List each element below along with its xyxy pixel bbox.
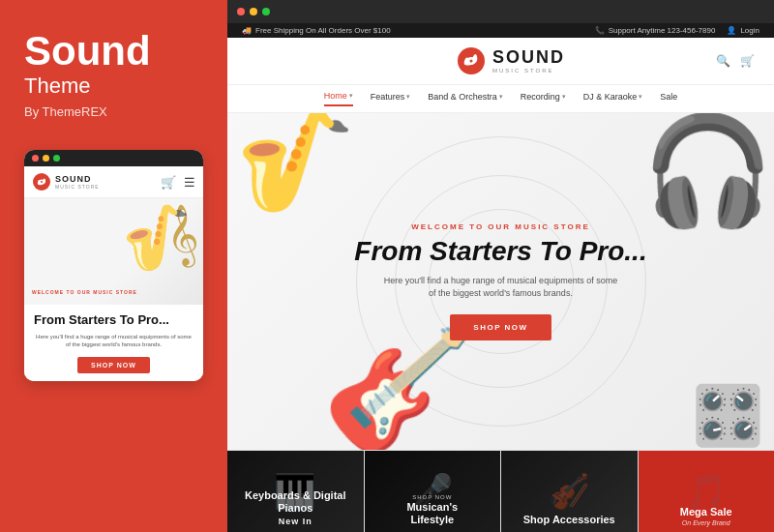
nav-chevron-features: ▾ bbox=[406, 93, 410, 101]
announce-shipping-text: Free Shipping On All Orders Over $100 bbox=[255, 26, 391, 35]
site-logo-icon bbox=[456, 45, 487, 76]
login-icon: 👤 bbox=[727, 26, 736, 35]
mobile-content: From Starters To Pro... Here you'll find… bbox=[24, 305, 203, 380]
svg-point-5 bbox=[469, 60, 472, 63]
nav-chevron-home: ▾ bbox=[349, 92, 353, 100]
hero-welcome-label: WELCOME TO OUR MUSIC STORE bbox=[354, 222, 646, 231]
mobile-logo-icon bbox=[32, 172, 51, 192]
site-nav: Home ▾ Features ▾ Band & Orchestra ▾ Rec… bbox=[227, 85, 774, 113]
nav-chevron-recording: ▾ bbox=[562, 93, 566, 101]
mobile-chrome-bar bbox=[24, 150, 203, 166]
site-logo-name: SOUND bbox=[492, 48, 565, 68]
website-preview: 🚚 Free Shipping On All Orders Over $100 … bbox=[227, 23, 774, 532]
keyboards-new-label: New In bbox=[279, 517, 313, 526]
nav-home[interactable]: Home ▾ bbox=[324, 91, 353, 106]
menu-icon[interactable]: ☰ bbox=[184, 175, 195, 190]
brand-subtitle: Theme bbox=[24, 74, 203, 99]
nav-features[interactable]: Features ▾ bbox=[371, 91, 411, 106]
announce-bar: 🚚 Free Shipping On All Orders Over $100 … bbox=[227, 23, 774, 38]
category-row: 🎹 Keyboards & Digital Pianos New In 🎤 SH… bbox=[227, 450, 774, 532]
site-header-icons: 🔍 🛒 bbox=[716, 54, 755, 68]
hero-section: 🎷 🎸 🎧 🎛️ WELCOME TO OUR MUSIC STORE From… bbox=[227, 113, 774, 450]
tile-overlay-accessories: Shop Accessories bbox=[501, 451, 638, 532]
category-tile-keyboards[interactable]: 🎹 Keyboards & Digital Pianos New In bbox=[227, 451, 365, 532]
announce-left: 🚚 Free Shipping On All Orders Over $100 bbox=[242, 26, 391, 35]
lifestyle-sm-label: SHOP NOW bbox=[412, 494, 452, 500]
accessories-label: Shop Accessories bbox=[523, 514, 615, 526]
right-panel: 🚚 Free Shipping On All Orders Over $100 … bbox=[227, 0, 774, 532]
announce-support-text: Support Anytime 123-456-7890 bbox=[609, 26, 716, 35]
browser-dot-green bbox=[262, 8, 270, 15]
lifestyle-label: Musican'sLifestyle bbox=[406, 501, 458, 526]
hero-description: Here you'll find a huge range of musical… bbox=[354, 275, 646, 301]
tile-overlay-lifestyle: SHOP NOW Musican'sLifestyle bbox=[365, 451, 501, 532]
sale-sublabel: On Every Brand bbox=[682, 519, 730, 526]
mobile-header: SOUND MUSIC STORE 🛒 ☰ bbox=[24, 166, 203, 198]
nav-dj-karaoke[interactable]: DJ & Karaoke ▾ bbox=[583, 91, 643, 106]
brand-title: Sound bbox=[24, 29, 203, 74]
cart-icon[interactable]: 🛒 bbox=[740, 54, 755, 68]
left-panel: Sound Theme By ThemeREX SOUND bbox=[0, 0, 227, 532]
mobile-logo-tagline: MUSIC STORE bbox=[55, 184, 100, 190]
hero-heading: From Starters To Pro... bbox=[354, 237, 646, 267]
search-icon[interactable]: 🔍 bbox=[716, 54, 730, 68]
site-header: SOUND MUSIC STORE 🔍 🛒 bbox=[227, 38, 774, 85]
browser-dot-red bbox=[237, 8, 245, 15]
svg-point-2 bbox=[41, 181, 43, 183]
login-link[interactable]: Login bbox=[740, 26, 759, 35]
mobile-preview: SOUND MUSIC STORE 🛒 ☰ 𝄞 🎷 WELCOME TO OUR… bbox=[24, 150, 203, 380]
shipping-icon: 🚚 bbox=[242, 26, 252, 35]
mobile-logo-name: SOUND bbox=[55, 175, 100, 184]
nav-band-orchestra[interactable]: Band & Orchestra ▾ bbox=[428, 91, 503, 106]
tile-overlay-sale: Mega Sale On Every Brand bbox=[639, 451, 775, 532]
site-logo: SOUND MUSIC STORE bbox=[456, 45, 565, 76]
browser-dot-yellow bbox=[250, 8, 257, 15]
mobile-shop-now-button[interactable]: SHOP NOW bbox=[77, 357, 150, 373]
mobile-dot-green bbox=[53, 155, 60, 162]
category-tile-accessories[interactable]: 🎻 Shop Accessories bbox=[501, 451, 639, 532]
mobile-welcome-label: WELCOME TO OUR MUSIC STORE bbox=[32, 289, 137, 295]
site-logo-text: SOUND MUSIC STORE bbox=[492, 48, 565, 74]
nav-sale[interactable]: Sale bbox=[660, 91, 677, 106]
mobile-dot-yellow bbox=[43, 155, 49, 162]
browser-chrome-bar bbox=[227, 0, 774, 23]
nav-recording[interactable]: Recording ▾ bbox=[521, 91, 566, 106]
category-tile-lifestyle[interactable]: 🎤 SHOP NOW Musican'sLifestyle bbox=[365, 451, 502, 532]
category-tile-mega-sale[interactable]: 🎵 Mega Sale On Every Brand bbox=[639, 451, 775, 532]
hero-dj-equipment: 🎛️ bbox=[692, 381, 764, 450]
mobile-header-icons: 🛒 ☰ bbox=[161, 175, 195, 190]
site-logo-tagline: MUSIC STORE bbox=[492, 68, 565, 74]
nav-chevron-dj: ▾ bbox=[639, 93, 642, 101]
announce-right: 📞 Support Anytime 123-456-7890 👤 Login bbox=[595, 26, 759, 35]
mobile-hero: 𝄞 🎷 WELCOME TO OUR MUSIC STORE bbox=[24, 198, 203, 305]
sale-label: Mega Sale bbox=[680, 506, 732, 518]
cart-icon[interactable]: 🛒 bbox=[161, 175, 176, 190]
mobile-logo: SOUND MUSIC STORE bbox=[32, 172, 100, 192]
mobile-dot-red bbox=[32, 155, 39, 162]
mobile-heading: From Starters To Pro... bbox=[34, 312, 194, 328]
nav-chevron-band: ▾ bbox=[499, 93, 503, 101]
tile-overlay-keyboards: Keyboards & Digital Pianos New In bbox=[227, 451, 364, 532]
mobile-description: Here you'll find a huge range of musical… bbox=[34, 333, 194, 349]
keyboards-label: Keyboards & Digital Pianos bbox=[233, 489, 358, 515]
hero-saxophone: 🎷 bbox=[232, 113, 363, 222]
hero-text-block: WELCOME TO OUR MUSIC STORE From Starters… bbox=[354, 222, 646, 340]
hero-headphones: 🎧 bbox=[641, 113, 774, 233]
hero-shop-now-button[interactable]: SHOP NOW bbox=[450, 314, 551, 340]
brand-author: By ThemeREX bbox=[24, 104, 203, 119]
phone-icon: 📞 bbox=[595, 26, 605, 35]
